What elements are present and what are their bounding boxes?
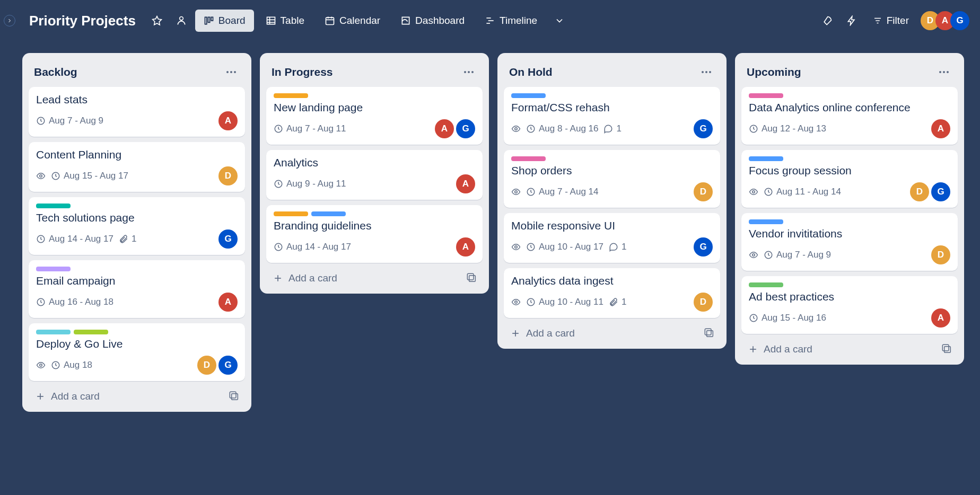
- card[interactable]: Ad best practices Aug 15 - Aug 16A: [741, 276, 958, 334]
- template-button[interactable]: [228, 390, 241, 403]
- avatar[interactable]: D: [218, 166, 238, 185]
- label-lime[interactable]: [74, 330, 108, 334]
- avatar[interactable]: D: [910, 182, 929, 201]
- svg-point-39: [515, 246, 518, 249]
- avatar[interactable]: G: [218, 356, 238, 375]
- view-tab-timeline-label: Timeline: [500, 15, 537, 26]
- label-pink[interactable]: [511, 156, 546, 161]
- column-menu-button[interactable]: [935, 64, 952, 81]
- column-title[interactable]: In Progress: [272, 66, 333, 78]
- share-icon[interactable]: [171, 10, 192, 31]
- card[interactable]: Shop orders Aug 7 - Aug 14D: [504, 150, 720, 208]
- label-purple[interactable]: [36, 267, 71, 271]
- label-blue[interactable]: [311, 211, 346, 216]
- rocket-icon[interactable]: [817, 10, 838, 31]
- avatar[interactable]: A: [456, 174, 475, 193]
- card[interactable]: Content Planning Aug 15 - Aug 17D: [29, 142, 245, 192]
- comment-count: 1: [616, 123, 621, 134]
- avatar[interactable]: A: [435, 119, 454, 138]
- automation-icon[interactable]: [841, 10, 862, 31]
- avatar[interactable]: A: [931, 308, 950, 328]
- star-icon[interactable]: [146, 10, 168, 31]
- view-tab-dashboard[interactable]: Dashboard: [392, 10, 473, 32]
- label-cyan[interactable]: [36, 330, 71, 334]
- card[interactable]: New landing page Aug 7 - Aug 11AG: [266, 87, 483, 145]
- card-title: New landing page: [274, 101, 475, 114]
- avatar[interactable]: G: [456, 119, 475, 138]
- card[interactable]: Branding guidelines Aug 14 - Aug 17A: [266, 205, 483, 263]
- card[interactable]: Deploy & Go Live Aug 18DG: [29, 323, 245, 381]
- board-title[interactable]: Priority Projects: [29, 13, 136, 29]
- avatar[interactable]: A: [218, 293, 238, 312]
- card-date: Aug 12 - Aug 13: [762, 123, 826, 134]
- column-title[interactable]: Upcoming: [747, 66, 801, 78]
- avatar[interactable]: G: [694, 119, 713, 138]
- card[interactable]: Focus group session Aug 11 - Aug 14DG: [741, 150, 958, 208]
- avatar[interactable]: A: [456, 237, 475, 257]
- avatar[interactable]: G: [950, 11, 969, 30]
- add-card-label: Add a card: [764, 343, 812, 355]
- card[interactable]: Tech solutions page Aug 14 - Aug 171G: [29, 197, 245, 255]
- clock-icon: Aug 11 - Aug 14: [764, 187, 841, 197]
- card[interactable]: Analytics Aug 9 - Aug 11A: [266, 150, 483, 200]
- avatar[interactable]: G: [931, 182, 950, 201]
- filter-button[interactable]: Filter: [865, 11, 916, 31]
- label-blue[interactable]: [511, 93, 546, 98]
- label-blue[interactable]: [749, 219, 783, 224]
- add-card-button[interactable]: Add a card: [746, 341, 815, 357]
- card[interactable]: Vendor invititations Aug 7 - Aug 9D: [741, 213, 958, 271]
- column-title[interactable]: Backlog: [34, 66, 77, 78]
- svg-rect-33: [467, 273, 474, 280]
- card[interactable]: Data Analytics online conference Aug 12 …: [741, 87, 958, 145]
- column-menu-button[interactable]: [698, 64, 715, 81]
- label-teal[interactable]: [36, 204, 71, 208]
- add-card-label: Add a card: [526, 328, 575, 339]
- card-date: Aug 7 - Aug 9: [776, 250, 831, 260]
- avatar[interactable]: G: [218, 229, 238, 249]
- card-title: Deploy & Go Live: [36, 338, 238, 350]
- label-green[interactable]: [749, 282, 783, 287]
- card-title: Vendor invititations: [749, 227, 950, 240]
- view-tab-table[interactable]: Table: [257, 10, 313, 32]
- sidebar-expand-button[interactable]: [4, 15, 15, 26]
- avatar[interactable]: A: [931, 119, 950, 138]
- avatar[interactable]: D: [197, 356, 216, 375]
- label-pink[interactable]: [749, 93, 783, 98]
- card-date: Aug 14 - Aug 17: [49, 234, 113, 244]
- view-tab-calendar[interactable]: Calendar: [316, 10, 389, 32]
- more-views-icon[interactable]: [549, 10, 570, 31]
- column-title[interactable]: On Hold: [509, 66, 553, 78]
- header-avatars[interactable]: D A G: [925, 11, 969, 30]
- label-blue[interactable]: [749, 156, 783, 161]
- label-orange[interactable]: [274, 93, 308, 98]
- view-tab-board[interactable]: Board: [195, 10, 254, 32]
- card[interactable]: Email campaign Aug 16 - Aug 18A: [29, 260, 245, 318]
- template-button[interactable]: [466, 272, 478, 285]
- avatar[interactable]: D: [694, 182, 713, 201]
- column-menu-button[interactable]: [223, 64, 240, 81]
- clock-icon: Aug 15 - Aug 16: [749, 313, 826, 323]
- avatar[interactable]: D: [931, 245, 950, 264]
- card[interactable]: Mobile responsive UI Aug 10 - Aug 171G: [504, 213, 720, 263]
- template-button[interactable]: [941, 343, 953, 356]
- avatar[interactable]: A: [218, 111, 238, 130]
- add-card-button[interactable]: Add a card: [508, 325, 577, 341]
- svg-point-35: [515, 128, 518, 130]
- add-card-button[interactable]: Add a card: [270, 270, 339, 286]
- label-orange[interactable]: [274, 211, 308, 216]
- clock-icon: Aug 10 - Aug 17: [526, 242, 603, 252]
- view-tab-timeline[interactable]: Timeline: [476, 10, 546, 32]
- avatar[interactable]: G: [694, 237, 713, 257]
- add-card-button[interactable]: Add a card: [33, 388, 102, 404]
- avatar[interactable]: D: [694, 293, 713, 312]
- watch-icon: [36, 360, 46, 370]
- watch-icon: [511, 187, 521, 197]
- template-button[interactable]: [703, 327, 716, 340]
- card[interactable]: Format/CSS rehash Aug 8 - Aug 161G: [504, 87, 720, 145]
- card[interactable]: Analytics data ingest Aug 10 - Aug 111D: [504, 268, 720, 318]
- card-date: Aug 7 - Aug 9: [49, 116, 103, 126]
- clock-icon: Aug 14 - Aug 17: [36, 234, 113, 244]
- view-tab-dashboard-label: Dashboard: [415, 15, 465, 26]
- column-menu-button[interactable]: [460, 64, 477, 81]
- card[interactable]: Lead stats Aug 7 - Aug 9A: [29, 87, 245, 137]
